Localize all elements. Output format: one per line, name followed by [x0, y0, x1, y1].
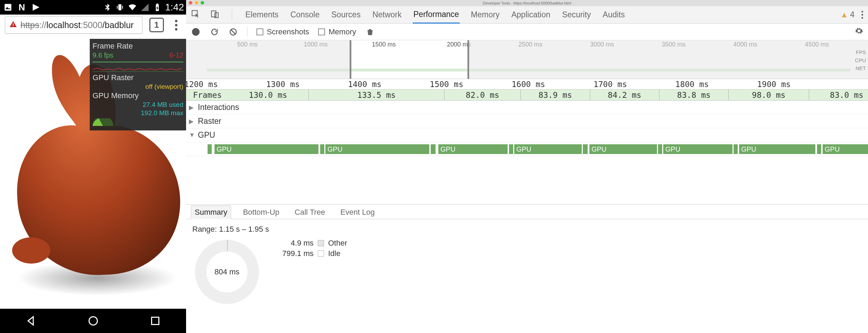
gpu-sliver[interactable] — [208, 144, 212, 154]
status-clock: 1:42 — [165, 2, 184, 13]
mr-tick: 1700 ms — [594, 80, 627, 89]
summary-donut: 804 ms — [192, 237, 262, 307]
details-tab-eventlog[interactable]: Event Log — [337, 206, 378, 219]
gpu-block[interactable]: GPU — [739, 144, 815, 154]
screenshot-toggle[interactable]: Screenshots — [256, 27, 309, 36]
details-tabs: Summary Bottom-Up Call Tree Event Log — [186, 205, 868, 219]
gpu-block[interactable]: GPU — [823, 144, 868, 154]
mr-tick: 1400 ms — [348, 80, 382, 89]
details-tab-summary[interactable]: Summary — [191, 205, 231, 219]
warnings-badge[interactable]: ▲ 4 — [840, 10, 854, 19]
warning-icon: ▲ — [840, 10, 848, 19]
frame-block[interactable]: 82.0 ms — [445, 89, 521, 100]
tab-memory[interactable]: Memory — [470, 7, 500, 23]
inspect-element-icon[interactable] — [191, 9, 200, 20]
details-tab-calltree[interactable]: Call Tree — [291, 206, 328, 219]
disclosure-right-icon: ▶ — [189, 118, 194, 125]
gpu-block[interactable]: GPU — [438, 144, 508, 154]
tab-application[interactable]: Application — [511, 7, 551, 23]
gpu-block[interactable]: GPU — [325, 144, 429, 154]
overlay-mem-pie-icon — [93, 118, 113, 126]
gpu-block[interactable]: GPU — [514, 144, 582, 154]
tab-console[interactable]: Console — [290, 7, 320, 23]
gpu-block[interactable]: GPU — [214, 144, 318, 154]
gpu-block[interactable]: GPU — [589, 144, 657, 154]
vibrate-icon — [115, 3, 124, 12]
details-tab-bottomup[interactable]: Bottom-Up — [239, 206, 283, 219]
gpu-sliver[interactable] — [583, 144, 588, 154]
frame-block[interactable]: 133.5 ms — [309, 89, 445, 100]
gpu-sliver[interactable] — [320, 144, 324, 154]
memory-label: Memory — [328, 27, 356, 36]
traffic-lights[interactable] — [189, 1, 204, 5]
checkbox-icon — [318, 28, 325, 35]
browser-toolbar: https://localhost:5000/badblur 1 — [0, 15, 186, 35]
ov-label-net: NET — [855, 65, 866, 71]
overview-selection[interactable] — [350, 40, 469, 79]
track-raster[interactable]: ▶ Raster — [186, 114, 868, 128]
trash-icon[interactable] — [365, 27, 375, 37]
battery-icon — [153, 3, 162, 12]
track-gpu[interactable]: ▼ GPU — [186, 128, 868, 142]
legend-swatch — [318, 250, 324, 257]
frames-track[interactable]: Frames 130.0 ms133.5 ms82.0 ms83.9 ms84.… — [186, 89, 868, 101]
nav-home-icon[interactable] — [87, 315, 99, 327]
overlay-fps-range: 6-12 — [169, 51, 183, 59]
flame-empty-space — [186, 156, 868, 205]
clear-icon[interactable] — [228, 27, 238, 37]
legend-ms: 4.9 ms — [275, 239, 314, 248]
svg-rect-11 — [151, 317, 159, 325]
record-button[interactable] — [191, 27, 201, 37]
frame-block[interactable]: 83.8 ms — [659, 89, 729, 100]
svg-rect-7 — [13, 25, 14, 26]
gpu-sliver[interactable] — [509, 144, 513, 154]
disclosure-down-icon: ▼ — [189, 131, 194, 139]
frame-block[interactable]: 83.9 ms — [521, 89, 590, 100]
overlay-fps-value: 9.6 fps — [93, 51, 113, 59]
overview-mask-left — [186, 40, 350, 79]
flame-chart[interactable]: 1200 ms 1300 ms 1400 ms 1500 ms 1600 ms … — [186, 79, 868, 205]
browser-menu-icon[interactable] — [171, 20, 181, 31]
toggle-device-icon[interactable] — [210, 9, 219, 20]
perf-overview[interactable]: 500 ms 1000 ms 1500 ms 2000 ms 2500 ms 3… — [186, 40, 868, 79]
window-titlebar: Developer Tools - https://localhost:5000… — [186, 0, 868, 6]
overlay-gpu-memory-label: GPU Memory — [93, 91, 183, 100]
gpu-sliver[interactable] — [817, 144, 821, 154]
reload-record-icon[interactable] — [210, 27, 219, 37]
gpu-track-lane[interactable]: GPUGPUGPUGPUGPUGPUGPUGPU — [186, 142, 868, 156]
gpu-block[interactable]: GPU — [663, 144, 733, 154]
gpu-sliver[interactable] — [658, 144, 662, 154]
frame-block[interactable]: 84.2 ms — [590, 89, 659, 100]
tab-performance[interactable]: Performance — [413, 6, 460, 24]
svg-rect-2 — [117, 6, 117, 9]
track-label: Raster — [198, 117, 221, 126]
frames-label: Frames — [193, 91, 222, 100]
tab-elements[interactable]: Elements — [245, 7, 279, 23]
tab-audits[interactable]: Audits — [602, 7, 625, 23]
devtools-menu-icon[interactable] — [861, 11, 863, 19]
gpu-sliver[interactable] — [862, 144, 866, 154]
ov-label-fps: FPS — [855, 49, 866, 55]
track-interactions[interactable]: ▶ Interactions — [186, 101, 868, 114]
frame-block[interactable]: 98.0 ms — [729, 89, 809, 100]
overlay-gpu-raster-value: off (viewport) — [93, 83, 183, 91]
tabs-button[interactable]: 1 — [149, 18, 164, 32]
gallery-icon — [3, 3, 12, 12]
nav-recents-icon[interactable] — [149, 315, 161, 327]
summary-range: Range: 1.15 s – 1.95 s — [192, 225, 862, 234]
tab-security[interactable]: Security — [561, 7, 591, 23]
mr-tick: 1800 ms — [675, 80, 709, 89]
gpu-sliver[interactable] — [734, 144, 738, 154]
android-status-bar: N 1:42 — [0, 0, 186, 15]
legend-swatch — [318, 240, 324, 246]
url-bar[interactable]: https://localhost:5000/badblur — [5, 16, 142, 34]
nav-back-icon[interactable] — [25, 315, 37, 327]
frame-block[interactable]: 83.0 ms — [809, 89, 868, 100]
settings-icon[interactable] — [855, 27, 863, 37]
tab-network[interactable]: Network — [372, 7, 402, 23]
memory-toggle[interactable]: Memory — [318, 27, 356, 36]
tab-sources[interactable]: Sources — [331, 7, 361, 23]
notification-n-icon: N — [17, 3, 26, 12]
gpu-sliver[interactable] — [431, 144, 436, 154]
frame-block[interactable]: 130.0 ms — [228, 89, 309, 100]
